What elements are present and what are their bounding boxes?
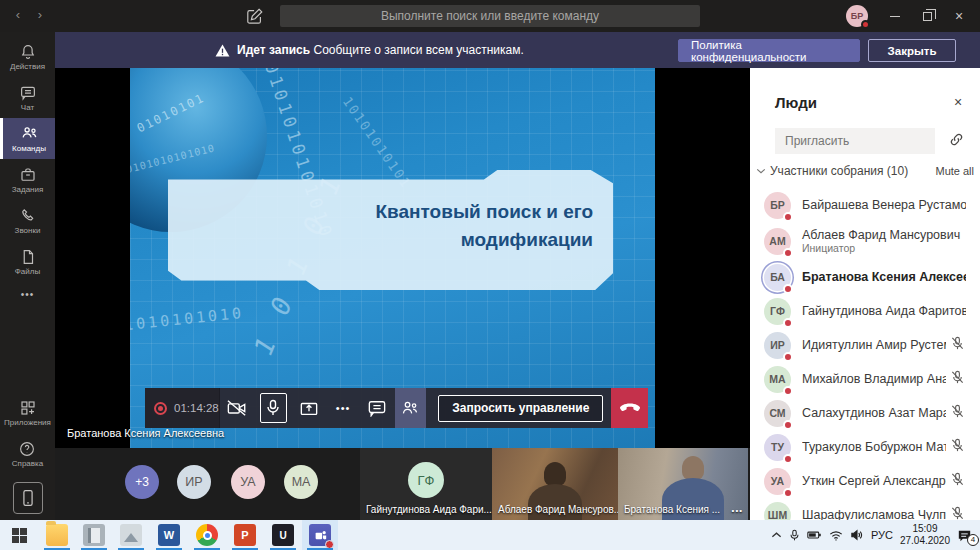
filmstrip-avatar[interactable]: МА: [284, 465, 318, 499]
chat-toggle-button[interactable]: [360, 388, 395, 428]
teams-taskbar-icon[interactable]: [309, 524, 331, 546]
sidebar-item-activity[interactable]: Действия: [0, 36, 55, 77]
mute-all-button[interactable]: Mute all: [935, 165, 974, 177]
tray-time: 15:09: [900, 523, 950, 536]
mic-muted-icon: [950, 370, 966, 389]
taskbar-clock[interactable]: 15:09 27.04.2020: [900, 523, 950, 548]
notebook-app-icon[interactable]: [83, 524, 105, 546]
sidebar-item-files[interactable]: Файлы: [0, 241, 55, 282]
copy-link-icon[interactable]: [948, 131, 965, 152]
back-icon[interactable]: ‹: [10, 7, 26, 22]
participant-tile-name: Гайнутдинова Аида Фари...: [366, 504, 492, 515]
recording-banner: Идет запись Сообщите о записи всем участ…: [55, 32, 980, 68]
sidebar-item-apps[interactable]: Приложения: [4, 392, 51, 433]
recording-title: Идет запись: [237, 43, 310, 57]
meeting-control-bar: 01:14:28 ••• Запросить управление: [145, 388, 648, 428]
hang-up-icon: [619, 402, 641, 414]
language-indicator[interactable]: РУС: [871, 529, 893, 541]
tray-volume-icon[interactable]: [850, 529, 864, 541]
participant-row[interactable]: УА Уткин Сергей Александров...: [750, 464, 980, 498]
tile-more-icon[interactable]: •••: [732, 506, 743, 515]
participants-section-header[interactable]: Участники собрания (10) Mute all: [756, 164, 974, 178]
start-button[interactable]: [12, 528, 27, 543]
participant-name: Гайнутдинова Аида Фаритовна: [802, 304, 966, 318]
avatar: ГФ: [408, 462, 444, 498]
panel-close-icon[interactable]: ×: [948, 92, 968, 112]
participant-tile[interactable]: ГФ Гайнутдинова Аида Фари...: [360, 448, 492, 520]
participant-row[interactable]: ГФ Гайнутдинова Аида Фаритовна: [750, 294, 980, 328]
sidebar-item-help[interactable]: Справка: [12, 433, 43, 474]
share-screen-button[interactable]: [292, 388, 327, 428]
participant-filmstrip: +3 ИР УА МА ГФ Гайнутдинова Аида Фари...…: [55, 448, 750, 520]
hang-up-button[interactable]: [611, 388, 648, 428]
avatar: МА: [764, 366, 791, 393]
people-toggle-button[interactable]: [395, 388, 427, 428]
new-chat-icon[interactable]: [246, 7, 264, 25]
user-avatar[interactable]: БР: [846, 5, 868, 27]
participant-video-tile[interactable]: Братанова Ксения ... •••: [618, 448, 748, 520]
restore-button[interactable]: [912, 0, 942, 32]
mic-toggle-button[interactable]: [260, 393, 287, 423]
tray-mic-icon[interactable]: [789, 529, 800, 542]
avatar: ТУ: [764, 434, 791, 461]
windows-taskbar: W P U: [0, 520, 980, 550]
presence-busy-dot: [861, 20, 870, 29]
overflow-participants-badge[interactable]: +3: [125, 465, 159, 499]
powerpoint-icon[interactable]: P: [234, 524, 256, 546]
participant-row[interactable]: ИР Идиятуллин Амир Рустемо...: [750, 328, 980, 362]
ide-icon[interactable]: U: [272, 524, 294, 546]
file-explorer-icon[interactable]: [46, 524, 68, 546]
presence-busy-dot: [783, 352, 793, 362]
mic-icon: [265, 399, 281, 417]
participant-list: БР Байрашева Венера Рустамовна АМ Аблаев…: [750, 188, 980, 532]
share-screen-icon: [299, 399, 319, 417]
mobile-app-button[interactable]: [13, 482, 43, 514]
chrome-icon[interactable]: [196, 524, 218, 546]
more-actions-button[interactable]: •••: [327, 388, 360, 428]
filmstrip-avatar[interactable]: УА: [231, 465, 265, 499]
participant-row[interactable]: АМ Аблаев Фарид МансуровичИнициатор: [750, 222, 980, 260]
tray-wifi-icon[interactable]: [829, 530, 843, 541]
filmstrip-avatar[interactable]: ИР: [177, 465, 211, 499]
forward-icon[interactable]: ›: [32, 7, 48, 22]
people-panel-title: Люди: [775, 94, 817, 111]
sidebar-item-assignments[interactable]: Задания: [0, 159, 55, 200]
participant-row[interactable]: ТУ Туракулов Бобуржон Маър...: [750, 430, 980, 464]
mic-muted-icon: [950, 472, 966, 491]
invite-input[interactable]: [775, 128, 935, 154]
participant-name: Аблаев Фарид Мансурович: [802, 228, 966, 242]
participant-row[interactable]: МА Михайлов Владимир Анато...: [750, 362, 980, 396]
request-control-button[interactable]: Запросить управление: [438, 395, 603, 422]
sidebar-item-calls[interactable]: Звонки: [0, 200, 55, 241]
search-input[interactable]: [280, 5, 700, 27]
minimize-button[interactable]: [880, 0, 910, 32]
presence-busy-dot: [783, 284, 793, 294]
meeting-timer: 01:14:28: [174, 402, 219, 414]
participant-video-tile[interactable]: Аблаев Фарид Мансуров...: [492, 448, 618, 520]
action-center-button[interactable]: 4: [957, 529, 972, 542]
participant-name: Уткин Сергей Александров...: [802, 474, 946, 488]
avatar: ГФ: [764, 298, 791, 325]
word-icon[interactable]: W: [158, 524, 180, 546]
tray-battery-icon[interactable]: [807, 530, 822, 540]
banner-close-button[interactable]: Закрыть: [868, 39, 956, 62]
photo-viewer-icon[interactable]: [120, 524, 142, 546]
mobile-device-icon: [21, 489, 35, 507]
sidebar-item-chat[interactable]: Чат: [0, 77, 55, 118]
tray-expand-icon[interactable]: [771, 531, 782, 539]
slide-title-plate: Квантовый поиск и его модификации: [168, 170, 613, 290]
presence-busy-dot: [783, 488, 793, 498]
video-silhouette: [682, 456, 704, 480]
sidebar-more-icon[interactable]: •••: [0, 282, 55, 306]
mic-muted-icon: [950, 404, 966, 423]
presenter-name-label: Братанова Ксения Алексеевна: [67, 427, 224, 439]
close-window-button[interactable]: ×: [944, 0, 974, 32]
privacy-policy-button[interactable]: Политика конфиденциальности: [678, 39, 860, 62]
recording-indicator: 01:14:28: [145, 388, 220, 428]
participant-row[interactable]: СМ Салахутдинов Азат Марато...: [750, 396, 980, 430]
bell-icon: [19, 43, 37, 61]
sidebar-item-teams[interactable]: Команды: [0, 118, 55, 159]
camera-toggle-button[interactable]: [220, 388, 255, 428]
participant-row[interactable]: БА Братанова Ксения Алексеевна: [750, 260, 980, 294]
participant-row[interactable]: БР Байрашева Венера Рустамовна: [750, 188, 980, 222]
